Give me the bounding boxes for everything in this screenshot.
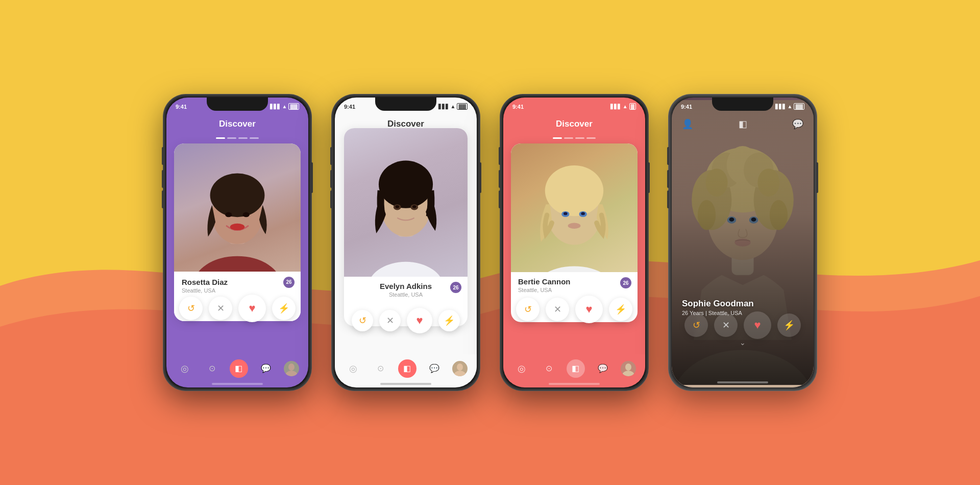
close-btn-4[interactable]: ✕ xyxy=(714,313,738,337)
phone-1-title: Discover xyxy=(219,119,256,129)
phone-3-time: 9:41 xyxy=(512,104,524,110)
bolt-btn-4[interactable]: ⚡ xyxy=(777,313,801,337)
svg-point-29 xyxy=(622,371,634,376)
phone-2-location: Steattle, USA xyxy=(351,292,460,298)
nav-compass-3[interactable]: ◎ xyxy=(512,359,531,378)
svg-point-22 xyxy=(545,165,603,216)
phone-4-details: 26 Years | Steattle, USA xyxy=(682,310,803,316)
nav-cards-1[interactable]: ◧ xyxy=(230,359,248,378)
phone-1-notch xyxy=(207,98,268,111)
wifi-icon-2: ▲ xyxy=(451,104,456,109)
nav-profile-2[interactable] xyxy=(452,361,468,376)
battery-icon-4: ▓▓ xyxy=(794,103,804,110)
phone-3-nav: ◎ ⊙ ◧ 💬 xyxy=(503,354,645,382)
nav-cards-2[interactable]: ◧ xyxy=(398,359,416,378)
phone-2-name: Evelyn Adkins xyxy=(351,282,460,290)
profile-icon-4[interactable]: 👤 xyxy=(682,118,693,130)
svg-point-27 xyxy=(568,223,581,229)
phone-1-screen: 9:41 ▋▋▋ ▲ ▓▓ Discover xyxy=(166,98,308,387)
phone-2-time: 9:41 xyxy=(344,104,355,110)
phone-4: 9:41 ▋▋▋ ▲ ▓▓ 👤 ◧ 💬 Sophie Goodman 26 Ye… xyxy=(669,94,817,391)
phone-1-actions: ↺ ✕ ♥ ⚡ xyxy=(166,295,308,322)
undo-btn-3[interactable]: ↺ xyxy=(516,298,540,321)
dot-3-1 xyxy=(553,137,562,139)
dot-3-3 xyxy=(575,137,584,139)
phone-2-card[interactable]: Evelyn Adkins Steattle, USA 26 xyxy=(344,128,468,326)
bolt-btn-1[interactable]: ⚡ xyxy=(272,297,296,320)
phone-3-dots xyxy=(503,137,645,139)
nav-search-3[interactable]: ⊙ xyxy=(540,359,558,378)
phone-3-status-icons: ▋▋▋ ▲ ▓ xyxy=(610,103,636,110)
nav-chat-2[interactable]: 💬 xyxy=(425,359,444,378)
svg-point-17 xyxy=(457,363,463,371)
dot-4 xyxy=(250,137,259,139)
nav-search-1[interactable]: ⊙ xyxy=(203,359,221,378)
close-btn-2[interactable]: ✕ xyxy=(379,310,401,331)
dot-2 xyxy=(227,137,236,139)
svg-point-4 xyxy=(225,212,232,217)
phone-4-home-bar xyxy=(717,381,768,383)
undo-btn-4[interactable]: ↺ xyxy=(684,313,708,337)
nav-chat-1[interactable]: 💬 xyxy=(257,359,275,378)
phone-3-age: 26 xyxy=(620,277,631,288)
phone-1-header: Discover xyxy=(166,113,308,135)
svg-point-7 xyxy=(288,363,295,371)
signal-icon-4: ▋▋▋ xyxy=(775,104,786,109)
bolt-btn-2[interactable]: ⚡ xyxy=(438,310,460,331)
phone-3-location: Steattle, USA xyxy=(518,287,630,293)
nav-profile-3[interactable] xyxy=(621,361,636,376)
close-btn-1[interactable]: ✕ xyxy=(209,297,232,320)
heart-btn-2[interactable]: ♥ xyxy=(407,308,432,333)
phone-2-title: Discover xyxy=(387,119,424,129)
nav-search-2[interactable]: ⊙ xyxy=(371,359,389,378)
svg-point-5 xyxy=(242,212,249,217)
undo-btn-2[interactable]: ↺ xyxy=(352,310,373,331)
phone-2-notch xyxy=(375,98,436,111)
cards-icon-4[interactable]: ◧ xyxy=(739,118,747,130)
phone-1-status-icons: ▋▋▋ ▲ ▓▓ xyxy=(270,103,300,110)
dot-3 xyxy=(238,137,248,139)
phone-1-time: 9:41 xyxy=(176,104,187,110)
nav-cards-3[interactable]: ◧ xyxy=(567,359,585,378)
phone-2: 9:41 ▋▋▋ ▲ ▓▓ Discover xyxy=(332,94,480,391)
undo-btn-1[interactable]: ↺ xyxy=(179,297,203,320)
phone-1-location: Steattle, USA xyxy=(182,287,293,294)
svg-point-6 xyxy=(230,224,245,230)
phones-container: 9:41 ▋▋▋ ▲ ▓▓ Discover xyxy=(0,0,980,485)
dot-3-2 xyxy=(564,137,573,139)
svg-point-25 xyxy=(564,212,568,215)
phone-2-header: Discover xyxy=(335,113,477,135)
phone-3-actions: ↺ ✕ ♥ ⚡ xyxy=(503,296,645,323)
dot-1 xyxy=(216,137,225,139)
wifi-icon-3: ▲ xyxy=(623,104,628,109)
svg-point-28 xyxy=(625,363,631,371)
nav-profile-1[interactable] xyxy=(284,361,299,376)
svg-point-0 xyxy=(193,256,281,272)
chat-icon-4[interactable]: 💬 xyxy=(792,118,803,130)
close-btn-3[interactable]: ✕ xyxy=(546,298,569,321)
phone-4-notch xyxy=(712,98,773,111)
svg-point-16 xyxy=(412,205,416,208)
svg-point-19 xyxy=(530,266,618,272)
phone-4-chevron[interactable]: ⌄ xyxy=(740,338,746,347)
phone-4-status-icons: ▋▋▋ ▲ ▓▓ xyxy=(775,103,805,110)
phone-2-home-bar xyxy=(380,383,431,385)
svg-point-8 xyxy=(285,371,298,376)
nav-compass-1[interactable]: ◎ xyxy=(176,359,194,378)
battery-icon-3: ▓ xyxy=(629,103,636,110)
signal-icon-2: ▋▋▋ xyxy=(438,104,449,109)
battery-icon: ▓▓ xyxy=(288,103,299,110)
phone-1-dots xyxy=(166,137,308,139)
bolt-btn-3[interactable]: ⚡ xyxy=(609,298,632,321)
phone-4-time: 9:41 xyxy=(681,104,692,110)
phone-1-nav: ◎ ⊙ ◧ 💬 xyxy=(166,354,308,382)
phone-1-age: 26 xyxy=(283,277,295,288)
wifi-icon: ▲ xyxy=(282,104,287,109)
phone-3-header: Discover xyxy=(503,113,645,135)
phone-3-title: Discover xyxy=(556,119,593,129)
nav-compass-2[interactable]: ◎ xyxy=(344,359,362,378)
heart-btn-3[interactable]: ♥ xyxy=(575,296,603,323)
nav-chat-3[interactable]: 💬 xyxy=(594,359,612,378)
heart-btn-1[interactable]: ♥ xyxy=(238,295,266,322)
phone-3-notch xyxy=(544,98,605,111)
